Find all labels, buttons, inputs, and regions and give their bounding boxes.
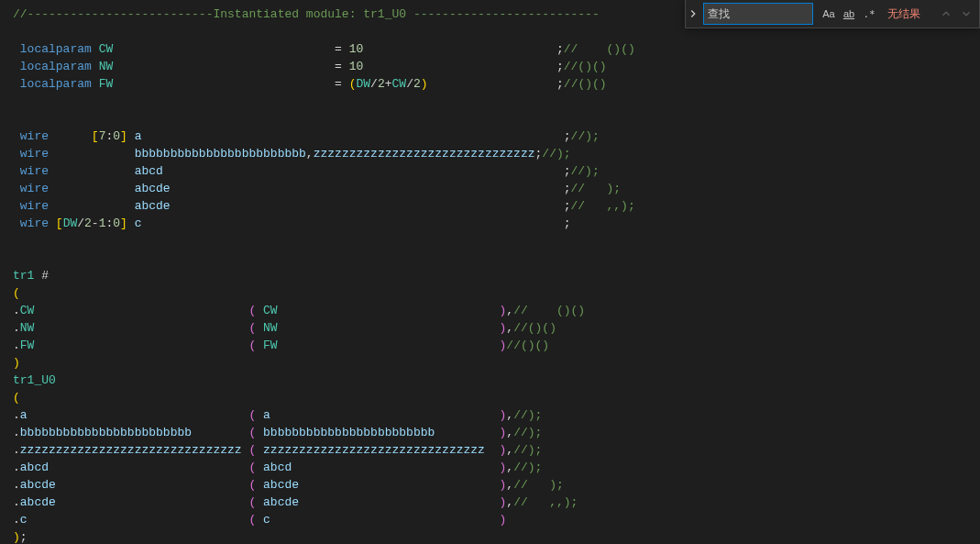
- token: CW: [20, 304, 249, 317]
- code-line[interactable]: ): [13, 354, 980, 372]
- token: (: [248, 321, 263, 335]
- code-line[interactable]: tr1_U0: [13, 372, 980, 389]
- token: tr1: [13, 269, 41, 283]
- find-opt-case[interactable]: Aa: [820, 5, 838, 23]
- code-line[interactable]: wire [DW/2-1:0] c ;: [13, 215, 980, 232]
- token: ;: [564, 216, 571, 230]
- token: -: [92, 216, 99, 230]
- code-line[interactable]: [13, 232, 980, 250]
- code-line[interactable]: .abcde ( abcde ),// );: [13, 476, 980, 494]
- token: ,: [506, 461, 513, 474]
- token: ): [421, 77, 556, 91]
- token: 2: [413, 77, 421, 91]
- find-opt-word[interactable]: ab: [840, 5, 858, 23]
- token: ,: [506, 495, 513, 509]
- token: abcde: [135, 199, 564, 213]
- code-line[interactable]: [13, 110, 980, 128]
- token: --------------------------: [413, 7, 600, 21]
- token: wire: [13, 129, 92, 143]
- token: NW: [263, 321, 499, 335]
- token: (: [13, 391, 20, 405]
- token: bbbbbbbbbbbbbbbbbbbbbbbb: [135, 147, 306, 161]
- token: 2: [378, 77, 385, 91]
- token: ,: [506, 321, 513, 335]
- token: //()(): [513, 321, 556, 335]
- token: ): [13, 356, 20, 370]
- token: .: [13, 426, 20, 439]
- token: (: [248, 339, 263, 352]
- token: .: [13, 513, 20, 527]
- code-line[interactable]: tr1 #: [13, 267, 980, 284]
- code-editor[interactable]: //--------------------------Instantiated…: [0, 0, 980, 544]
- code-line[interactable]: wire abcde ;// ,,);: [13, 197, 980, 215]
- token: abcde: [20, 478, 249, 492]
- code-line[interactable]: localparam CW = 10 ;// ()(): [13, 40, 980, 58]
- code-line[interactable]: .abcde ( abcde ),// ,,);: [13, 494, 980, 511]
- code-line[interactable]: [13, 93, 980, 110]
- find-input[interactable]: 查找: [703, 3, 813, 25]
- code-line[interactable]: .abcd ( abcd ),//);: [13, 459, 980, 476]
- code-line[interactable]: .bbbbbbbbbbbbbbbbbbbbbbbb ( bbbbbbbbbbbb…: [13, 424, 980, 441]
- token: (: [248, 304, 263, 317]
- code-line[interactable]: wire bbbbbbbbbbbbbbbbbbbbbbbb,zzzzzzzzzz…: [13, 145, 980, 162]
- find-prev-button[interactable]: [937, 5, 955, 23]
- token: CW: [263, 304, 499, 317]
- token: localparam: [13, 77, 99, 91]
- token: // );: [513, 478, 564, 492]
- code-line[interactable]: .FW ( FW )//()(): [13, 337, 980, 354]
- code-line[interactable]: localparam FW = (DW/2+CW/2) ;//()(): [13, 75, 980, 93]
- token: ;: [20, 530, 28, 544]
- token: //);: [513, 408, 542, 422]
- code-line[interactable]: );: [13, 528, 980, 544]
- code-line[interactable]: wire abcd ;//);: [13, 162, 980, 180]
- find-opt-regex[interactable]: .*: [860, 5, 878, 23]
- token: zzzzzzzzzzzzzzzzzzzzzzzzzzzzzzz: [20, 443, 249, 457]
- token: abcd: [20, 461, 249, 474]
- token: .: [13, 495, 20, 509]
- token: ,: [506, 408, 513, 422]
- code-line[interactable]: .CW ( CW ),// ()(): [13, 302, 980, 319]
- token: // );: [571, 182, 622, 195]
- token: abcd: [135, 164, 564, 178]
- token: abcde: [20, 495, 249, 509]
- find-next-button[interactable]: [957, 5, 975, 23]
- code-line[interactable]: wire [7:0] a ;//);: [13, 128, 980, 145]
- token: ;: [564, 199, 571, 213]
- code-line[interactable]: [13, 250, 980, 267]
- code-line[interactable]: (: [13, 284, 980, 302]
- code-line[interactable]: wire abcde ;// );: [13, 180, 980, 197]
- code-line[interactable]: .c ( c ): [13, 511, 980, 528]
- token: (: [248, 426, 263, 439]
- code-line[interactable]: .NW ( NW ),//()(): [13, 319, 980, 337]
- token: //--------------------------: [13, 7, 213, 21]
- code-line[interactable]: .a ( a ),//);: [13, 406, 980, 424]
- token: =: [335, 60, 349, 73]
- token: ,: [306, 147, 314, 161]
- token: [: [56, 216, 63, 230]
- token: ]: [120, 216, 135, 230]
- token: // ,,);: [571, 199, 635, 213]
- code-line[interactable]: (: [13, 389, 980, 406]
- token: ): [500, 513, 507, 527]
- code-line[interactable]: .zzzzzzzzzzzzzzzzzzzzzzzzzzzzzzz ( zzzzz…: [13, 441, 980, 459]
- token: =: [335, 42, 349, 56]
- token: a: [20, 408, 249, 422]
- token: a: [263, 408, 499, 422]
- token: 10: [349, 60, 556, 73]
- token: .: [13, 408, 20, 422]
- token: .: [13, 321, 20, 335]
- token: [: [92, 129, 99, 143]
- token: //()(): [564, 60, 607, 73]
- token: NW: [99, 60, 335, 73]
- code-line[interactable]: localparam NW = 10 ;//()(): [13, 58, 980, 75]
- token: localparam: [13, 42, 99, 56]
- token: wire: [13, 182, 135, 195]
- token: 0: [113, 216, 120, 230]
- token: c: [20, 513, 249, 527]
- token: wire: [13, 164, 135, 178]
- token: (: [248, 408, 263, 422]
- token: FW: [99, 77, 335, 91]
- token: bbbbbbbbbbbbbbbbbbbbbbbb: [20, 426, 249, 439]
- token: (: [248, 443, 263, 457]
- find-toggle-replace[interactable]: [686, 0, 700, 28]
